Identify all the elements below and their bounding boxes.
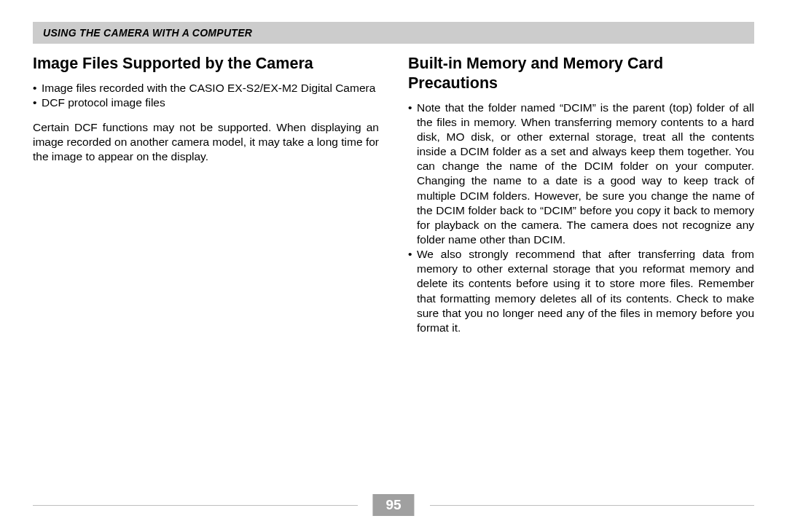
- content-columns: Image Files Supported by the Camera Imag…: [33, 54, 754, 345]
- left-paragraph: Certain DCF functions may not be support…: [33, 120, 379, 164]
- page-number: 95: [372, 494, 414, 516]
- section-header-text: USING THE CAMERA WITH A COMPUTER: [43, 27, 744, 39]
- section-header-bar: USING THE CAMERA WITH A COMPUTER: [33, 22, 754, 44]
- footer-rule-right: [430, 505, 755, 506]
- list-item: We also strongly recommend that after tr…: [408, 247, 754, 335]
- footer-rule-left: [33, 505, 358, 506]
- right-bullet-list: Note that the folder named “DCIM” is the…: [408, 101, 754, 335]
- left-bullet-list: Image files recorded with the CASIO EX-S…: [33, 81, 379, 110]
- list-item: Note that the folder named “DCIM” is the…: [408, 101, 754, 247]
- page-footer: 95: [33, 494, 754, 516]
- left-column: Image Files Supported by the Camera Imag…: [33, 54, 379, 345]
- list-item: DCF protocol image files: [33, 95, 379, 110]
- right-column: Built-in Memory and Memory Card Precauti…: [408, 54, 754, 345]
- left-heading: Image Files Supported by the Camera: [33, 54, 379, 74]
- right-heading: Built-in Memory and Memory Card Precauti…: [408, 54, 754, 93]
- list-item: Image files recorded with the CASIO EX-S…: [33, 81, 379, 95]
